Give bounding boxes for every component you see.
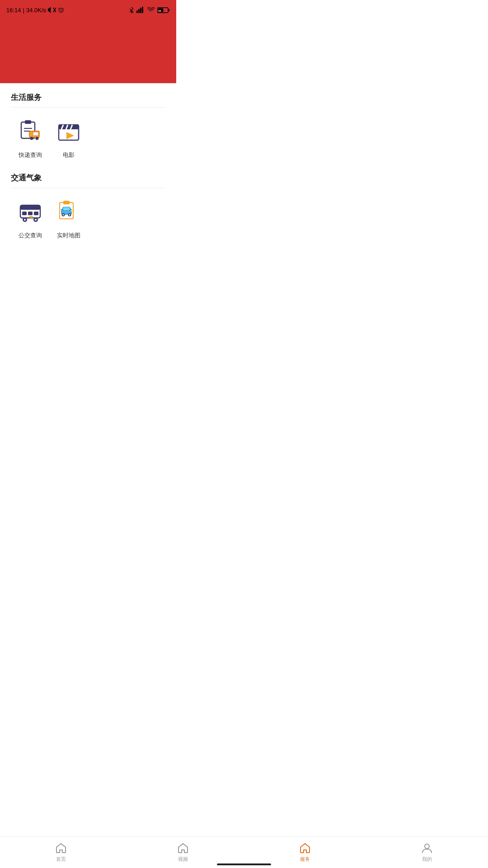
- svg-point-18: [35, 137, 38, 140]
- content-card: 生活服务: [0, 83, 176, 354]
- dianying-icon-wrap: [54, 118, 83, 146]
- svg-rect-29: [34, 212, 38, 215]
- svg-point-31: [24, 219, 26, 221]
- dianying-label: 电影: [63, 151, 75, 159]
- service-item-kuaidi[interactable]: 快递查询: [11, 118, 50, 159]
- signal-icon: [136, 7, 145, 13]
- section-life-services: 生活服务: [0, 83, 176, 164]
- svg-point-40: [63, 214, 64, 216]
- kuaidi-icon-wrap: [16, 118, 45, 146]
- alarm-icon: [58, 7, 64, 13]
- status-separator: |: [23, 7, 24, 14]
- ditu-label: 实时地图: [57, 231, 80, 240]
- svg-rect-27: [22, 212, 27, 215]
- status-time: 16:14: [6, 7, 21, 14]
- wifi-icon: [147, 7, 155, 13]
- svg-rect-16: [33, 132, 38, 136]
- life-services-items: 快递查询 电影: [11, 113, 165, 159]
- status-bar: 16:14 | 34.0K/s: [0, 0, 176, 20]
- svg-rect-3: [136, 10, 138, 13]
- svg-rect-34: [29, 216, 33, 218]
- svg-rect-5: [140, 8, 141, 13]
- svg-text:44: 44: [158, 9, 161, 12]
- status-network: 34.0K/s: [26, 7, 46, 14]
- ditu-icon-wrap: [54, 198, 83, 227]
- section-traffic: 交通气象: [0, 164, 176, 244]
- service-item-dianying[interactable]: 电影: [50, 118, 89, 159]
- battery-icon: 44: [157, 7, 170, 13]
- svg-rect-6: [142, 7, 143, 13]
- gongjiao-label: 公交查询: [19, 231, 42, 240]
- gongjiao-icon-wrap: [16, 198, 45, 227]
- svg-rect-36: [63, 201, 70, 204]
- status-right: 44: [129, 7, 170, 13]
- svg-point-17: [30, 137, 33, 140]
- kuaidi-label: 快递查询: [19, 151, 42, 159]
- svg-rect-8: [169, 9, 169, 11]
- svg-rect-4: [138, 9, 140, 13]
- service-item-gongjiao[interactable]: 公交查询: [11, 198, 50, 240]
- svg-point-33: [35, 219, 37, 221]
- section-traffic-title: 交通气象: [11, 173, 165, 188]
- bluetooth-icon: [129, 7, 134, 13]
- traffic-items: 公交查询: [11, 193, 165, 240]
- mute-icon: [48, 7, 56, 13]
- svg-rect-12: [25, 120, 31, 124]
- svg-rect-38: [63, 207, 70, 211]
- svg-rect-28: [28, 212, 33, 215]
- svg-rect-26: [20, 205, 40, 210]
- svg-rect-43: [71, 210, 73, 212]
- section-life-title: 生活服务: [11, 92, 165, 108]
- header-area: [0, 20, 176, 83]
- status-left: 16:14 | 34.0K/s: [6, 7, 64, 14]
- svg-point-42: [69, 214, 70, 216]
- service-item-ditu[interactable]: 实时地图: [50, 198, 89, 240]
